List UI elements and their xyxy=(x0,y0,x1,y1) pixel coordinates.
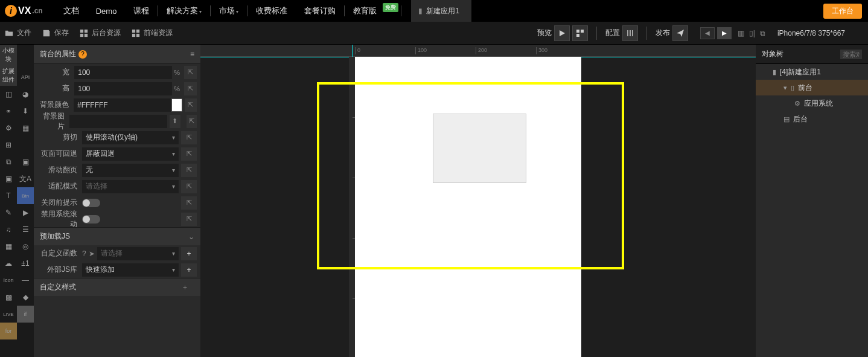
translate-icon[interactable]: 文A xyxy=(17,170,34,187)
customfn-select[interactable]: 请选择 xyxy=(97,247,179,260)
link-icon[interactable]: ⇱ xyxy=(181,213,197,226)
blank-icon[interactable] xyxy=(17,137,34,153)
link-icon[interactable]: ⇱ xyxy=(181,164,197,177)
small-module-label[interactable]: 小模块 xyxy=(0,45,17,65)
placeholder-rect[interactable] xyxy=(433,114,526,183)
qr-icon[interactable] xyxy=(572,25,588,41)
add-button[interactable]: + xyxy=(181,247,197,260)
link-icon[interactable]: ⇱ xyxy=(181,131,197,144)
nav-demo[interactable]: Demo xyxy=(88,7,126,16)
tree-backend[interactable]: ▤ 后台 xyxy=(756,111,868,127)
add-style-button[interactable]: + xyxy=(176,283,194,292)
link-icon[interactable]: ⇱ xyxy=(181,147,197,161)
nav-pricing[interactable]: 收费标准 xyxy=(247,5,296,16)
nav-solution[interactable]: 解决方案▾ xyxy=(158,5,210,16)
adapt-select[interactable]: 请选择 xyxy=(82,180,179,193)
plus-box-icon[interactable]: ⊞ xyxy=(0,137,17,153)
save-button[interactable]: 保存 xyxy=(42,28,69,38)
calendar-icon[interactable]: ▦ xyxy=(17,120,34,137)
backend-resources[interactable]: 后台资源 xyxy=(80,28,121,38)
config-button[interactable]: 配置 xyxy=(601,22,643,45)
api-label[interactable]: API xyxy=(17,69,34,86)
cursor-icon[interactable]: ➤ xyxy=(89,249,95,258)
bgcolor-input[interactable] xyxy=(74,98,171,112)
add-button[interactable]: + xyxy=(181,263,197,277)
custom-style-section[interactable]: 自定义样式 + xyxy=(34,278,200,296)
edit-icon[interactable]: ✎ xyxy=(0,204,17,221)
sliders-icon[interactable] xyxy=(622,25,638,41)
box-icon[interactable]: ◫ xyxy=(0,86,17,103)
tree-frontend[interactable]: ▾ ▯ 前台 xyxy=(756,80,868,95)
minus-icon[interactable]: — xyxy=(17,272,34,289)
frontend-resources[interactable]: 前端资源 xyxy=(132,28,173,38)
nav-docs[interactable]: 文档 xyxy=(55,5,88,16)
cloud-icon[interactable]: ☁ xyxy=(0,255,17,272)
text-icon[interactable]: T xyxy=(0,187,17,204)
music-icon[interactable]: ♫ xyxy=(0,221,17,238)
link-icon[interactable]: ⇱ xyxy=(185,98,197,112)
icon-label[interactable]: Icon xyxy=(0,272,17,289)
publish-button[interactable]: 发布 xyxy=(651,22,693,45)
btn-icon[interactable]: Btn xyxy=(17,187,34,204)
logo[interactable]: i VX .cn xyxy=(5,5,43,17)
upload-icon[interactable]: ⬆ xyxy=(170,115,180,128)
pager-prev[interactable]: ◀ xyxy=(700,27,715,39)
link-icon[interactable]: ⇱ xyxy=(184,66,197,79)
send-icon[interactable] xyxy=(672,25,688,41)
extjs-select[interactable]: 快速添加 xyxy=(82,263,179,277)
align-icon[interactable]: ▥ xyxy=(738,29,744,37)
table-icon[interactable]: ▦ xyxy=(0,238,17,255)
tree-root[interactable]: ▮ [4]新建应用1 xyxy=(756,64,868,80)
device-icon[interactable]: ⧉ xyxy=(760,29,765,37)
sysscroll-toggle[interactable] xyxy=(82,215,100,224)
link-icon[interactable]: ⇱ xyxy=(187,115,197,128)
menu-icon[interactable]: ≡ xyxy=(190,50,194,59)
align-icon[interactable]: ▯| xyxy=(749,29,755,37)
preview-button[interactable]: 预览 xyxy=(532,22,593,45)
download-icon[interactable]: ⬇ xyxy=(17,103,34,120)
image2-icon[interactable]: ▣ xyxy=(17,153,34,170)
image-icon[interactable]: ▣ xyxy=(0,170,17,187)
nav-package[interactable]: 套餐订购 xyxy=(296,5,344,16)
pointer-icon[interactable]: ◆ xyxy=(17,289,34,306)
workspace-button[interactable]: 工作台 xyxy=(823,4,862,19)
help-icon[interactable]: ? xyxy=(82,249,86,258)
target-icon[interactable]: ◎ xyxy=(17,238,34,255)
height-input[interactable] xyxy=(74,82,172,95)
tree-system[interactable]: ⚙ 应用系统 xyxy=(756,95,868,111)
copy-icon[interactable]: ⧉ xyxy=(0,153,17,170)
video-icon[interactable]: ▶ xyxy=(17,204,34,221)
gear-icon[interactable]: ⚙ xyxy=(0,120,17,137)
link-icon[interactable]: ⇱ xyxy=(184,82,197,95)
if-icon[interactable]: if xyxy=(17,306,34,323)
play-icon[interactable] xyxy=(554,25,570,41)
nav-market[interactable]: 市场▾ xyxy=(211,5,247,16)
clip-select[interactable]: 使用滚动(仅y轴) xyxy=(82,131,179,144)
canvas[interactable]: 0 100 200 300 100 200 300 400 xyxy=(200,45,756,357)
width-input[interactable] xyxy=(74,66,172,79)
pageback-select[interactable]: 屏蔽回退 xyxy=(82,147,179,161)
link-icon[interactable]: ⇱ xyxy=(181,180,197,193)
ext-component-label[interactable]: 扩展组件 xyxy=(0,65,17,86)
file-menu[interactable]: 文件 xyxy=(5,28,31,38)
tree-search-input[interactable] xyxy=(840,50,862,59)
pager-next[interactable]: ▶ xyxy=(717,27,732,39)
swipe-select[interactable]: 无 xyxy=(82,164,179,177)
closehint-toggle[interactable] xyxy=(82,199,100,207)
help-icon[interactable]: ? xyxy=(78,50,87,59)
device-selector[interactable]: iPhone6/7/8 375*667 xyxy=(771,28,863,39)
preload-js-section[interactable]: 预加载JS⌄ xyxy=(34,227,200,245)
color-swatch[interactable] xyxy=(171,98,182,112)
bgimage-input[interactable] xyxy=(69,115,167,128)
for-icon[interactable]: for xyxy=(0,323,17,339)
link-icon[interactable]: ⚭ xyxy=(0,103,17,120)
nav-edu[interactable]: 教育版 xyxy=(345,5,385,16)
live-icon[interactable]: LIVE xyxy=(0,306,17,323)
plusminus-icon[interactable]: ±1 xyxy=(17,255,34,272)
link-icon[interactable]: ⇱ xyxy=(181,196,197,210)
qr-icon[interactable]: ▩ xyxy=(0,289,17,306)
wechat-icon[interactable]: ◕ xyxy=(17,86,34,103)
list-icon[interactable]: ☰ xyxy=(17,221,34,238)
app-tab[interactable]: ▮ 新建应用1 xyxy=(411,0,471,22)
nav-course[interactable]: 课程 xyxy=(125,5,158,16)
